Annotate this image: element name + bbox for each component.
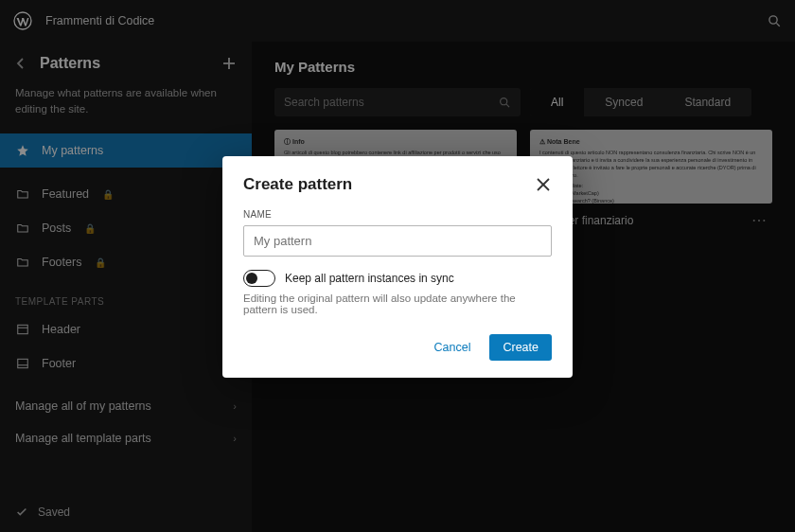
create-pattern-modal: Create pattern Name Keep all pattern ins… <box>222 156 573 378</box>
modal-actions: Cancel Create <box>243 334 552 361</box>
name-label: Name <box>243 209 552 220</box>
create-button[interactable]: Create <box>489 334 552 361</box>
cancel-button[interactable]: Cancel <box>421 334 485 361</box>
sync-toggle[interactable] <box>243 270 275 287</box>
modal-header: Create pattern <box>243 175 552 194</box>
sync-toggle-label: Keep all pattern instances in sync <box>285 272 454 285</box>
sync-help-text: Editing the original pattern will also u… <box>243 293 552 315</box>
modal-overlay[interactable]: Create pattern Name Keep all pattern ins… <box>0 0 795 532</box>
sync-toggle-row: Keep all pattern instances in sync <box>243 270 552 287</box>
modal-title: Create pattern <box>243 175 352 194</box>
close-icon[interactable] <box>535 176 552 193</box>
pattern-name-input[interactable] <box>243 225 552 257</box>
